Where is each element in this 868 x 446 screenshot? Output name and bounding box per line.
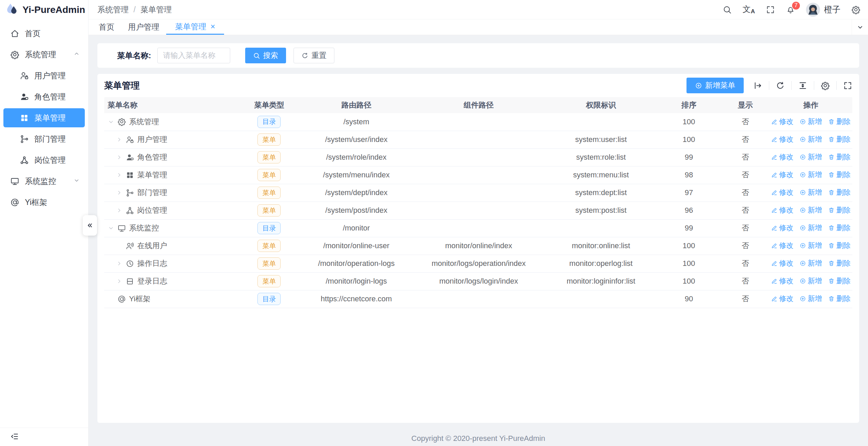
column-settings-gear-icon[interactable] (821, 81, 830, 90)
permission-key: monitor:operlog:list (546, 255, 656, 272)
search-button[interactable]: 搜索 (245, 48, 286, 63)
notifications-bell-icon[interactable]: 7 (786, 5, 795, 14)
close-icon[interactable]: × (210, 22, 215, 31)
delete-action[interactable]: 删除 (828, 294, 851, 303)
add-action[interactable]: 新增 (800, 276, 822, 286)
delete-action[interactable]: 删除 (828, 188, 851, 197)
table-row: 在线用户菜单/monitor/online-usermonitor/online… (104, 237, 852, 255)
add-action[interactable]: 新增 (800, 117, 822, 126)
user-menu[interactable]: 橙子 (806, 3, 840, 17)
tree-expand-icon[interactable] (116, 136, 123, 143)
delete-action[interactable]: 删除 (828, 276, 851, 286)
delete-action[interactable]: 删除 (828, 134, 851, 144)
add-action[interactable]: 新增 (800, 205, 822, 215)
tab[interactable]: 用户管理 (121, 19, 166, 35)
delete-action[interactable]: 删除 (828, 170, 851, 179)
edit-action[interactable]: 修改 (771, 134, 793, 144)
menu-type-tag: 菜单 (257, 133, 281, 146)
tree-toggle-placeholder (108, 296, 114, 302)
add-action[interactable]: 新增 (800, 134, 822, 144)
route-path: /monitor/online-user (301, 237, 412, 255)
delete-action[interactable]: 删除 (828, 241, 851, 250)
tab[interactable]: 菜单管理× (166, 19, 224, 35)
visible-flag: 否 (721, 219, 769, 237)
clock-icon (126, 259, 134, 268)
search-icon (253, 52, 260, 59)
dept-icon (126, 189, 134, 197)
plus-circle-icon (800, 242, 806, 249)
sidebar-item[interactable]: 系统管理 (0, 44, 88, 65)
breadcrumb-item[interactable]: 系统管理 (97, 4, 129, 15)
fullscreen-icon[interactable] (766, 5, 775, 14)
table-row: 系统监控目录/monitor99否修改新增删除 (104, 219, 852, 237)
route-path: /system/role/index (301, 148, 412, 166)
delete-action[interactable]: 删除 (828, 117, 851, 126)
collapse-fab-button[interactable] (83, 215, 97, 236)
sidebar-item[interactable]: 角色管理 (0, 86, 88, 107)
tree-expand-icon[interactable] (116, 172, 123, 178)
refresh-icon[interactable] (776, 81, 785, 90)
sidebar-item[interactable]: 系统监控 (0, 171, 88, 192)
component-path (412, 148, 546, 166)
tab[interactable]: 首页 (92, 19, 121, 35)
post-icon (20, 156, 29, 165)
delete-action[interactable]: 删除 (828, 223, 851, 233)
add-action[interactable]: 新增 (800, 241, 822, 250)
plus-circle-icon (800, 136, 806, 143)
permission-key (546, 290, 656, 308)
user-icon (20, 71, 29, 80)
tabs-dropdown-button[interactable] (852, 19, 868, 35)
collapse-sidebar-icon[interactable] (10, 432, 19, 442)
menu-name-input[interactable] (157, 48, 230, 63)
edit-action[interactable]: 修改 (771, 205, 793, 215)
tree-expand-icon[interactable] (116, 189, 123, 196)
tree-expand-icon[interactable] (116, 207, 123, 214)
settings-gear-icon[interactable] (851, 5, 861, 14)
sidebar-item[interactable]: 岗位管理 (0, 149, 88, 171)
sidebar-item[interactable]: Yi框架 (0, 192, 88, 213)
column-header: 排序 (656, 97, 721, 113)
edit-action[interactable]: 修改 (771, 152, 793, 162)
delete-action[interactable]: 删除 (828, 258, 851, 268)
logo[interactable]: Yi-PureAdmin (0, 0, 88, 19)
component-path (412, 113, 546, 131)
tree-collapse-icon[interactable] (108, 118, 114, 125)
reset-button[interactable]: 重置 (294, 48, 334, 63)
tree-collapse-icon[interactable] (108, 225, 114, 232)
delete-action[interactable]: 删除 (828, 152, 851, 162)
add-action[interactable]: 新增 (800, 294, 822, 303)
translate-icon[interactable]: 文A (743, 5, 755, 14)
edit-action[interactable]: 修改 (771, 117, 793, 126)
add-action[interactable]: 新增 (800, 170, 822, 179)
tree-expand-icon[interactable] (116, 278, 123, 285)
edit-action[interactable]: 修改 (771, 258, 793, 268)
add-action[interactable]: 新增 (800, 152, 822, 162)
edit-action[interactable]: 修改 (771, 188, 793, 197)
edit-action[interactable]: 修改 (771, 241, 793, 250)
clock-icon (126, 259, 134, 268)
username: 橙子 (824, 4, 840, 15)
add-action[interactable]: 新增 (800, 258, 822, 268)
permission-key: system:user:list (546, 131, 656, 148)
edit-action[interactable]: 修改 (771, 276, 793, 286)
edit-action[interactable]: 修改 (771, 223, 793, 233)
sidebar-item[interactable]: 首页 (0, 23, 88, 44)
delete-action[interactable]: 删除 (828, 205, 851, 215)
edit-action[interactable]: 修改 (771, 170, 793, 179)
chevron-right-icon (116, 260, 123, 267)
sidebar-item[interactable]: 用户管理 (0, 65, 88, 86)
sidebar-item[interactable]: 菜单管理 (3, 108, 85, 127)
search-icon[interactable] (723, 5, 732, 14)
sort-value: 100 (656, 131, 721, 148)
add-action[interactable]: 新增 (800, 223, 822, 233)
sidebar-footer (0, 428, 88, 446)
table-fullscreen-icon[interactable] (843, 81, 852, 90)
tree-expand-icon[interactable] (116, 154, 123, 161)
tree-expand-icon[interactable] (116, 260, 123, 267)
row-density-icon[interactable] (798, 81, 807, 90)
add-menu-button[interactable]: 新增菜单 (686, 78, 744, 93)
edit-action[interactable]: 修改 (771, 294, 793, 303)
expand-rows-icon[interactable] (753, 81, 762, 90)
add-action[interactable]: 新增 (800, 188, 822, 197)
sidebar-item[interactable]: 部门管理 (0, 128, 88, 149)
